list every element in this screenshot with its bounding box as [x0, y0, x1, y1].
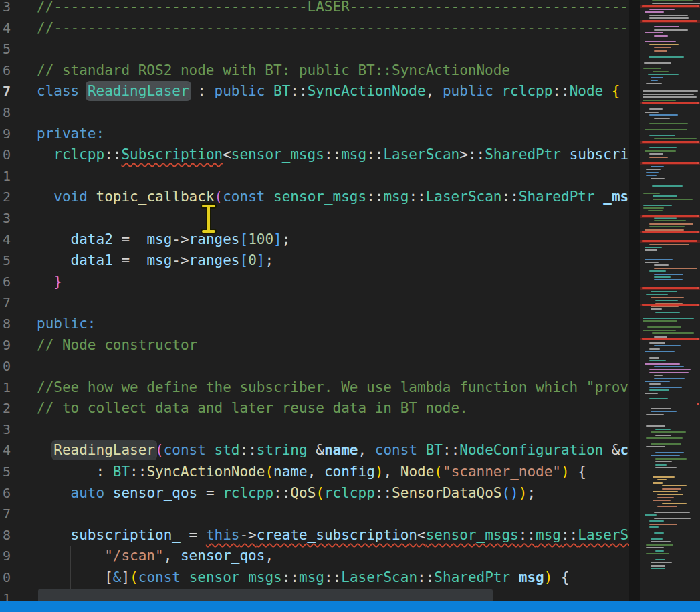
code-token: (	[265, 464, 273, 480]
code-token: 0	[248, 252, 257, 268]
minimap-line	[643, 96, 697, 98]
code-token	[265, 189, 273, 205]
line-number: 8	[0, 102, 11, 124]
line-number: 9	[0, 335, 11, 356]
code-token: )	[544, 569, 553, 585]
code-token: )	[375, 464, 384, 480]
minimap-line	[647, 326, 681, 328]
minimap-line	[649, 357, 659, 359]
minimap-line	[651, 308, 662, 310]
minimap-line	[654, 366, 684, 367]
minimap-line	[645, 363, 680, 365]
code-line: 7	[0, 504, 630, 525]
code-line: 5 data1 = _msg->ranges[0];	[0, 250, 630, 272]
code-token: ::	[417, 569, 434, 585]
minimap-line	[653, 199, 693, 200]
code-line: 9private:	[0, 124, 630, 145]
minimap-line	[643, 94, 694, 95]
minimap-line	[657, 494, 683, 495]
minimap-line	[654, 279, 683, 280]
code-token: sensor_qos	[181, 548, 265, 564]
code-line: 5 : BT::SyncActionNode(name, config), No…	[0, 462, 630, 483]
minimap-line	[643, 318, 694, 319]
minimap-line	[655, 312, 680, 313]
minimap-line	[654, 50, 667, 52]
code-token: ::	[409, 189, 425, 205]
code-token: ,	[426, 83, 443, 99]
code-token	[37, 485, 71, 501]
minimap-line	[662, 488, 681, 490]
code-text: //------------------------------LASER---…	[11, 0, 630, 18]
minimap-line	[643, 193, 660, 194]
code-token: ::	[324, 146, 341, 163]
code-line: 7	[0, 292, 630, 314]
code-token: ;	[282, 231, 291, 247]
code-text: class ReadingLaser : public BT::SyncActi…	[11, 81, 620, 102]
line-number: 7	[0, 292, 11, 314]
minimap-line	[649, 524, 677, 525]
code-line: 0 rclcpp::Subscription<sensor_msgs::msg:…	[0, 144, 630, 166]
minimap-line	[645, 41, 676, 42]
minimap[interactable]	[640, 0, 700, 612]
overview-ruler-error-mark	[697, 162, 699, 164]
line-number: 7	[0, 81, 11, 102]
minimap-line	[651, 455, 680, 456]
minimap-line	[649, 369, 691, 370]
minimap-line	[651, 562, 672, 563]
code-token: ::	[104, 146, 121, 163]
minimap-line	[645, 112, 659, 113]
minimap-error-core	[642, 240, 697, 242]
minimap-line	[654, 345, 681, 346]
minimap-line	[662, 503, 687, 504]
code-token: =	[113, 231, 138, 247]
minimap-line	[651, 565, 665, 567]
code-token: msg	[536, 527, 561, 543]
minimap-line	[645, 247, 662, 248]
minimap-line	[654, 47, 671, 48]
minimap-line	[649, 383, 661, 385]
code-line: 1//See how we define the subscriber. We …	[0, 377, 630, 399]
minimap-line	[653, 491, 678, 492]
line-number: 1	[0, 166, 11, 187]
code-token	[37, 548, 104, 564]
minimap-line	[649, 398, 668, 399]
code-token: const	[164, 442, 206, 458]
code-token: ->	[239, 527, 256, 543]
line-number: 0	[0, 356, 11, 377]
code-editor[interactable]: 3//------------------------------LASER--…	[0, 0, 630, 612]
code-line: 0	[0, 356, 630, 377]
minimap-separator	[629, 0, 640, 612]
code-token: LaserScan	[578, 527, 630, 543]
code-token: sensor_qos	[113, 485, 197, 501]
code-token: msg	[383, 189, 409, 205]
minimap-line	[655, 429, 671, 430]
code-token: ::	[239, 442, 256, 458]
minimap-line	[662, 485, 687, 486]
line-number: 5	[0, 39, 11, 60]
code-token: rclcpp	[501, 83, 552, 99]
code-token: public:	[37, 316, 96, 332]
minimap-line	[652, 185, 683, 187]
code-token: // Node constructor	[37, 337, 197, 353]
code-token	[37, 146, 53, 163]
code-token: public	[443, 83, 493, 99]
code-token: rclcpp	[324, 485, 375, 501]
code-token: sensor_msgs	[426, 527, 519, 543]
minimap-line	[653, 500, 671, 501]
overview-ruler-error-mark	[697, 287, 699, 289]
code-token: ,	[308, 464, 324, 480]
minimap-line	[645, 262, 659, 263]
code-token: string	[257, 442, 308, 458]
minimap-line	[655, 435, 671, 436]
code-token: ;	[527, 485, 536, 501]
minimap-line	[645, 11, 664, 13]
code-text: "/scan", sensor_qos,	[11, 546, 273, 567]
code-token: class	[37, 83, 79, 99]
code-token: create_subscription	[257, 527, 417, 543]
code-token: ReadingLaser	[53, 442, 155, 458]
code-token: &	[308, 442, 324, 458]
code-token: //See how we define the subscriber. We u…	[37, 379, 630, 395]
code-token: &	[113, 569, 122, 585]
minimap-line	[649, 44, 679, 45]
minimap-line	[646, 425, 665, 427]
